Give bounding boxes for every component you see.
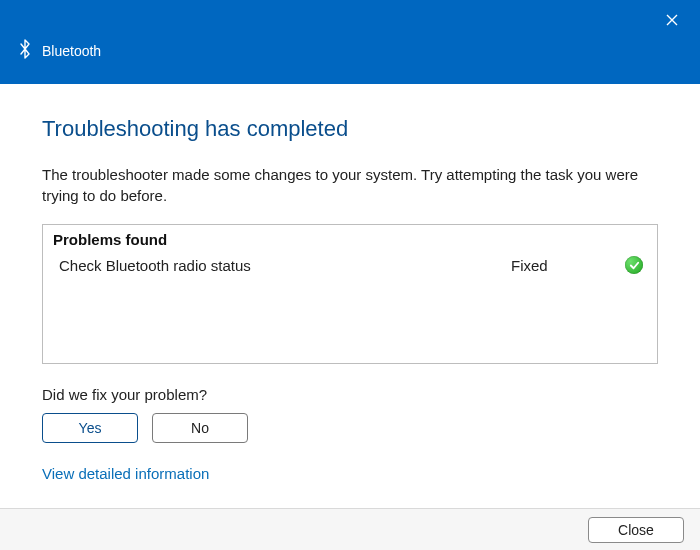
description-text: The troubleshooter made some changes to … bbox=[42, 164, 658, 206]
problems-found-header: Problems found bbox=[53, 231, 647, 248]
close-icon[interactable] bbox=[654, 6, 690, 34]
problems-found-box: Problems found Check Bluetooth radio sta… bbox=[42, 224, 658, 364]
check-icon bbox=[625, 256, 643, 274]
close-button[interactable]: Close bbox=[588, 517, 684, 543]
feedback-section: Did we fix your problem? Yes No bbox=[42, 386, 658, 443]
yes-button[interactable]: Yes bbox=[42, 413, 138, 443]
titlebar: Bluetooth bbox=[0, 0, 700, 84]
status-fixed-icon bbox=[621, 256, 643, 274]
problem-label: Check Bluetooth radio status bbox=[59, 257, 511, 274]
problem-status: Fixed bbox=[511, 257, 621, 274]
footer-bar: Close bbox=[0, 508, 700, 550]
feedback-buttons: Yes No bbox=[42, 413, 658, 443]
content-area: Troubleshooting has completed The troubl… bbox=[0, 84, 700, 483]
page-title: Troubleshooting has completed bbox=[42, 116, 658, 142]
feedback-question: Did we fix your problem? bbox=[42, 386, 658, 403]
app-title: Bluetooth bbox=[42, 43, 101, 59]
no-button[interactable]: No bbox=[152, 413, 248, 443]
bluetooth-icon bbox=[18, 39, 32, 62]
title-row: Bluetooth bbox=[18, 39, 101, 62]
problem-row: Check Bluetooth radio status Fixed bbox=[53, 254, 647, 276]
view-detailed-information-link[interactable]: View detailed information bbox=[42, 465, 209, 482]
